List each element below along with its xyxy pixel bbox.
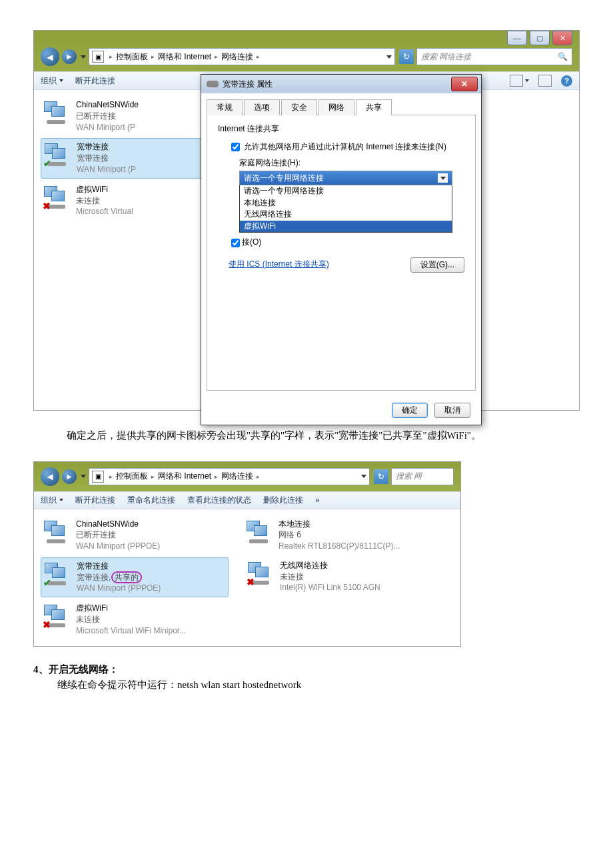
breadcrumb[interactable]: 网络连接 (221, 51, 253, 63)
breadcrumb[interactable]: 控制面板 (116, 471, 148, 482)
address-dropdown-icon[interactable] (386, 55, 392, 59)
connection-item[interactable]: ✖ 虚拟WiFi 未连接 Microsoft Virtual WiFi Mini… (41, 600, 227, 639)
conn-device: Microsoft Virtual (76, 206, 133, 217)
view-button[interactable] (510, 75, 529, 87)
connection-item[interactable]: ✔ 宽带连接 宽带连接,共享的 WAN Miniport (PPPOE) (41, 557, 229, 597)
breadcrumb[interactable]: 网络连接 (221, 471, 253, 482)
window-control-buttons: — ▢ ✕ (507, 31, 572, 45)
close-button[interactable]: ✕ (552, 31, 572, 45)
connection-item[interactable]: ChinaNetSNWide 已断开连接 WAN Miniport (P (41, 97, 227, 135)
combo-option[interactable]: 虚拟WiFi (240, 221, 452, 233)
connection-item[interactable]: 本地连接 网络 6 Realtek RTL8168C(P)/8111C(P)..… (243, 516, 430, 555)
conn-status: 未连接 (76, 195, 133, 207)
help-button[interactable]: ? (561, 75, 572, 87)
organize-button[interactable]: 组织 (41, 495, 63, 506)
connections-panel: ChinaNetSNWide 已断开连接 WAN Miniport (PPPOE… (34, 509, 460, 646)
tab-sharing[interactable]: 共享 (356, 99, 392, 115)
dialog-tabs: 常规 选项 安全 网络 共享 (201, 93, 481, 115)
settings-button[interactable]: 设置(G)... (410, 257, 464, 273)
view-status-button[interactable]: 查看此连接的状态 (187, 495, 251, 506)
conn-name: 本地连接 (279, 519, 400, 530)
dialog-close-button[interactable]: ✕ (451, 77, 478, 91)
network-icon: ✔ (43, 141, 71, 169)
nav-forward-button[interactable]: ► (62, 49, 77, 64)
conn-status: 未连接 (280, 571, 380, 583)
connection-item[interactable]: ✖ 虚拟WiFi 未连接 Microsoft Virtual (41, 181, 227, 220)
nav-history-dropdown[interactable] (81, 475, 86, 478)
address-dropdown-icon[interactable] (361, 475, 366, 478)
tab-general[interactable]: 常规 (207, 99, 243, 115)
address-bar[interactable]: ▣ ▸ 控制面板 ▸ 网络和 Internet ▸ 网络连接 ▸ (89, 48, 395, 65)
more-button[interactable]: » (315, 495, 320, 505)
nav-back-button[interactable]: ◄ (41, 47, 59, 66)
network-icon: ✖ (43, 602, 71, 630)
minimize-button[interactable]: — (507, 31, 527, 45)
allow-sharing-checkbox[interactable] (231, 143, 240, 151)
connection-item[interactable]: ✖ 无线网络连接 未连接 Intel(R) WiFi Link 5100 AGN (245, 557, 431, 597)
nav-forward-button[interactable]: ► (62, 469, 77, 484)
section-title: Internet 连接共享 (218, 123, 464, 135)
breadcrumb[interactable]: 控制面板 (116, 51, 148, 63)
ics-link[interactable]: 使用 ICS (Internet 连接共享) (229, 259, 329, 269)
breadcrumb[interactable]: 网络和 Internet (158, 471, 211, 482)
shared-badge: 共享的 (111, 571, 142, 583)
nav-back-button[interactable]: ◄ (41, 467, 59, 486)
allow-control-checkbox[interactable] (231, 239, 240, 247)
conn-device: WAN Miniport (PPPOE) (76, 541, 160, 552)
dialog-icon (207, 81, 219, 87)
conn-status: 宽带连接 (77, 153, 136, 164)
combo-option[interactable]: 无线网络连接 (240, 209, 452, 221)
conn-device: Microsoft Virtual WiFi Minipor... (76, 625, 186, 637)
nav-history-dropdown[interactable] (81, 55, 86, 59)
section-body: 继续在命令提示符中运行：netsh wlan start hostednetwo… (57, 679, 580, 691)
screenshot-1: — ▢ ✕ ◄ ► ▣ ▸ 控制面板 ▸ 网络和 Internet ▸ 网络连接… (33, 30, 580, 411)
disconnect-button[interactable]: 断开此连接 (75, 75, 115, 87)
network-icon (245, 518, 273, 546)
delete-button[interactable]: 删除此连接 (263, 495, 303, 506)
conn-name: 虚拟WiFi (76, 184, 133, 195)
network-icon (43, 99, 71, 127)
home-network-label: 家庭网络连接(H): (239, 157, 464, 169)
explorer-toolbar: 组织 断开此连接 重命名此连接 查看此连接的状态 删除此连接 » (34, 491, 460, 509)
tab-network[interactable]: 网络 (318, 99, 354, 115)
ok-button[interactable]: 确定 (392, 403, 428, 418)
address-bar[interactable]: ▣ ▸ 控制面板 ▸ 网络和 Internet ▸ 网络连接 ▸ (89, 468, 370, 485)
conn-device: WAN Miniport (P (76, 122, 139, 133)
conn-status: 未连接 (76, 614, 186, 625)
combo-option[interactable]: 请选一个专用网络连接 (240, 185, 452, 197)
conn-name: ChinaNetSNWide (76, 99, 139, 111)
conn-status: 网络 6 (279, 529, 400, 541)
allow-control-label: 接(O) (242, 237, 261, 248)
preview-pane-button[interactable] (538, 75, 552, 87)
rename-button[interactable]: 重命名此连接 (127, 495, 175, 506)
properties-dialog: 宽带连接 属性 ✕ 常规 选项 安全 网络 共享 Internet 连接共享 允… (201, 74, 482, 425)
conn-name: ChinaNetSNWide (76, 519, 160, 530)
combo-selected: 请选一个专用网络连接 (244, 173, 324, 184)
organize-button[interactable]: 组织 (41, 75, 63, 87)
tab-options[interactable]: 选项 (244, 99, 280, 115)
home-network-combo[interactable]: 请选一个专用网络连接 请选一个专用网络连接 本地连接 无线网络连接 虚拟WiFi (239, 171, 452, 233)
conn-status: 已断开连接 (76, 111, 139, 122)
search-input[interactable]: 搜索 网 (391, 468, 454, 485)
dialog-titlebar[interactable]: 宽带连接 属性 ✕ (201, 75, 481, 93)
maximize-button[interactable]: ▢ (530, 31, 550, 45)
conn-device: WAN Miniport (PPPOE) (77, 583, 161, 594)
search-input[interactable]: 搜索 网络连接 🔍 (416, 48, 572, 65)
network-icon: ✖ (247, 559, 275, 587)
network-icon: ✖ (43, 183, 71, 211)
allow-sharing-label: 允许其他网络用户通过此计算机的 Internet 连接来连接(N) (244, 141, 446, 153)
search-icon: 🔍 (558, 52, 568, 61)
refresh-button[interactable]: ↻ (374, 469, 388, 484)
screenshot-2: ◄ ► ▣ ▸ 控制面板 ▸ 网络和 Internet ▸ 网络连接 ▸ ↻ 搜… (33, 461, 461, 647)
conn-name: 虚拟WiFi (76, 603, 186, 614)
combo-option[interactable]: 本地连接 (240, 197, 452, 209)
tab-security[interactable]: 安全 (281, 99, 317, 115)
conn-name: 宽带连接 (77, 141, 136, 153)
breadcrumb[interactable]: 网络和 Internet (158, 51, 211, 63)
refresh-button[interactable]: ↻ (399, 49, 414, 64)
connection-item[interactable]: ChinaNetSNWide 已断开连接 WAN Miniport (PPPOE… (41, 516, 227, 555)
chevron-down-icon (440, 177, 446, 180)
cancel-button[interactable]: 取消 (434, 403, 470, 418)
disconnect-button[interactable]: 断开此连接 (75, 495, 115, 506)
location-icon: ▣ (92, 51, 104, 63)
